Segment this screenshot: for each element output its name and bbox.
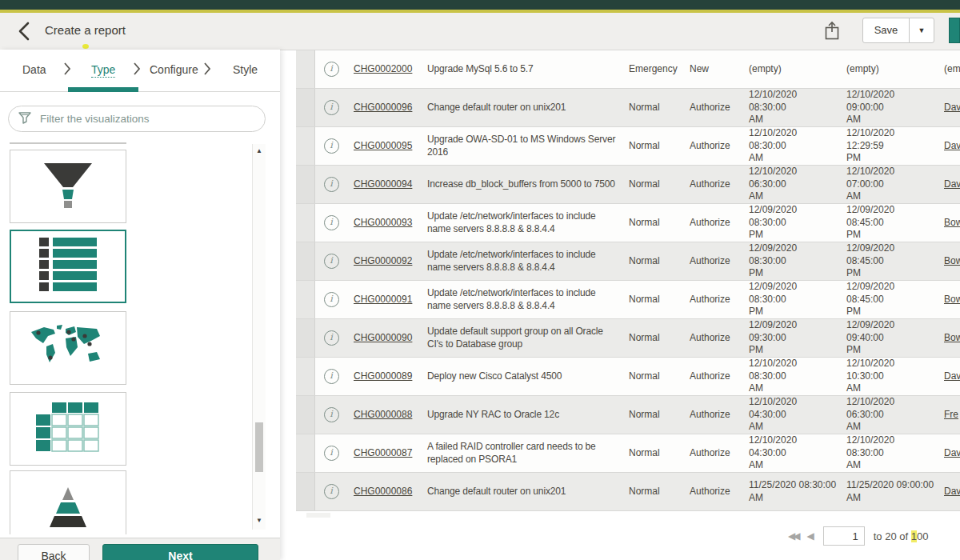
info-cell[interactable]: i: [315, 204, 347, 242]
table-row[interactable]: i CHG0002000 Upgrade MySql 5.6 to 5.7 Em…: [296, 50, 960, 89]
visualization-list: ▲ ▼: [0, 138, 280, 534]
previous-page-icon[interactable]: ◀: [806, 530, 814, 542]
list-chart-icon: [38, 238, 98, 295]
back-button[interactable]: Back: [18, 544, 90, 560]
short-description-cell: Upgrade OWA-SD-01 to MS Windows Server 2…: [421, 127, 622, 165]
viz-scrollbar[interactable]: ▲ ▼: [252, 144, 266, 530]
highlight-artifact: [82, 44, 89, 49]
assigned-to-link[interactable]: Dav: [944, 486, 960, 498]
change-number-link[interactable]: CHG0000096: [354, 102, 412, 114]
tab-configure[interactable]: Configure: [150, 63, 198, 76]
table-row[interactable]: i CHG0000093 Update /etc/network/interfa…: [296, 204, 960, 242]
filter-input[interactable]: [38, 112, 255, 126]
save-button[interactable]: Save: [862, 18, 910, 43]
table-row[interactable]: i CHG0000096 Change default router on un…: [296, 89, 960, 127]
info-cell[interactable]: i: [315, 50, 347, 88]
info-cell[interactable]: i: [315, 127, 347, 165]
back-chevron-icon[interactable]: [16, 21, 34, 42]
assigned-cell: Bow: [938, 319, 960, 357]
short-description-cell: Upgrade MySql 5.6 to 5.7: [421, 50, 622, 88]
table-row[interactable]: i CHG0000095 Upgrade OWA-SD-01 to MS Win…: [296, 127, 960, 166]
info-cell[interactable]: i: [315, 473, 347, 510]
assigned-to-link[interactable]: Dav: [944, 447, 960, 460]
table-row[interactable]: i CHG0000094 Increase db_block_buffers f…: [296, 166, 960, 204]
change-number-link[interactable]: CHG0000089: [354, 370, 412, 383]
change-number-link[interactable]: CHG0000094: [354, 178, 412, 191]
info-icon[interactable]: i: [324, 446, 339, 461]
info-cell[interactable]: i: [315, 89, 347, 126]
number-cell: CHG0000091: [347, 281, 421, 318]
assigned-to-link[interactable]: Bow: [944, 217, 960, 230]
short-description-cell: Update /etc/network/interfaces to includ…: [421, 204, 622, 242]
run-button-partial[interactable]: [949, 18, 960, 43]
state-cell: Authorize: [683, 473, 742, 510]
next-button[interactable]: Next: [102, 544, 258, 560]
first-page-icon[interactable]: ◀◀: [788, 530, 798, 542]
table-row[interactable]: i CHG0000092 Update /etc/network/interfa…: [296, 242, 960, 281]
viz-thumb-funnel[interactable]: [10, 150, 126, 223]
scroll-down-icon[interactable]: ▼: [253, 515, 266, 526]
tab-type[interactable]: Type: [91, 63, 115, 78]
change-number-link[interactable]: CHG0000090: [354, 332, 412, 345]
caret-down-icon: ▼: [918, 26, 926, 34]
scroll-up-icon[interactable]: ▲: [253, 146, 266, 157]
table-row[interactable]: i CHG0000089 Deploy new Cisco Catalyst 4…: [296, 358, 960, 396]
info-cell[interactable]: i: [315, 166, 347, 203]
number-cell: CHG0000087: [347, 434, 421, 472]
info-icon[interactable]: i: [324, 62, 339, 77]
number-cell: CHG0000093: [347, 204, 421, 242]
table-row[interactable]: i CHG0000091 Update /etc/network/interfa…: [296, 281, 960, 319]
info-cell[interactable]: i: [315, 319, 347, 357]
info-icon[interactable]: i: [324, 407, 339, 422]
info-icon[interactable]: i: [324, 138, 339, 154]
scrollbar-thumb[interactable]: [255, 422, 263, 472]
viz-thumb-list[interactable]: [10, 230, 126, 303]
planned-start-cell: 12/10/2020 08:30:00AM: [742, 89, 840, 126]
info-icon[interactable]: i: [324, 330, 339, 346]
change-number-link[interactable]: CHG0000091: [354, 294, 412, 306]
tab-style[interactable]: Style: [233, 63, 258, 76]
assigned-to-link[interactable]: Bow: [944, 294, 960, 306]
table-row[interactable]: i CHG0000086 Change default router on un…: [296, 473, 960, 511]
info-cell[interactable]: i: [315, 281, 347, 318]
info-icon[interactable]: i: [324, 292, 339, 307]
change-number-link[interactable]: CHG0000086: [354, 486, 412, 498]
change-number-link[interactable]: CHG0000095: [354, 140, 412, 153]
assigned-to-link[interactable]: (em: [944, 63, 960, 76]
change-number-link[interactable]: CHG0000087: [354, 447, 412, 460]
change-number-link[interactable]: CHG0000092: [354, 255, 412, 268]
info-icon[interactable]: i: [324, 254, 339, 269]
assigned-to-link[interactable]: Dav: [944, 102, 960, 114]
info-cell[interactable]: i: [315, 358, 347, 395]
assigned-to-link[interactable]: Dav: [944, 178, 960, 191]
info-icon[interactable]: i: [324, 215, 339, 230]
tab-data[interactable]: Data: [22, 63, 46, 76]
info-cell[interactable]: i: [315, 434, 347, 472]
planned-end-cell: 12/09/2020 08:45:00PM: [840, 281, 938, 318]
change-number-link[interactable]: CHG0000088: [354, 409, 412, 422]
viz-thumb-table[interactable]: [10, 392, 126, 466]
table-row[interactable]: i CHG0000090 Update default support grou…: [296, 319, 960, 358]
state-cell: Authorize: [683, 396, 742, 434]
assigned-to-link[interactable]: Dav: [944, 140, 960, 153]
info-icon[interactable]: i: [324, 177, 339, 192]
assigned-to-link[interactable]: Dav: [944, 370, 960, 383]
assigned-to-link[interactable]: Fre: [944, 409, 958, 422]
info-icon[interactable]: i: [324, 100, 339, 115]
table-row[interactable]: i CHG0000088 Upgrade NY RAC to Oracle 12…: [296, 396, 960, 434]
viz-thumb-pyramid[interactable]: [10, 470, 126, 534]
info-icon[interactable]: i: [324, 484, 339, 499]
save-dropdown-button[interactable]: ▼: [909, 18, 934, 43]
share-icon[interactable]: [822, 20, 842, 42]
info-cell[interactable]: i: [315, 396, 347, 434]
info-icon[interactable]: i: [324, 369, 339, 384]
change-number-link[interactable]: CHG0000093: [354, 217, 412, 230]
info-cell[interactable]: i: [315, 242, 347, 280]
state-cell: Authorize: [683, 204, 742, 242]
viz-thumb-world-map[interactable]: [10, 311, 126, 385]
assigned-to-link[interactable]: Bow: [944, 332, 960, 345]
table-row[interactable]: i CHG0000087 A failed RAID controller ca…: [296, 434, 960, 473]
change-number-link[interactable]: CHG0002000: [354, 63, 412, 76]
page-number-input[interactable]: [823, 526, 865, 546]
assigned-to-link[interactable]: Bow: [944, 255, 960, 268]
